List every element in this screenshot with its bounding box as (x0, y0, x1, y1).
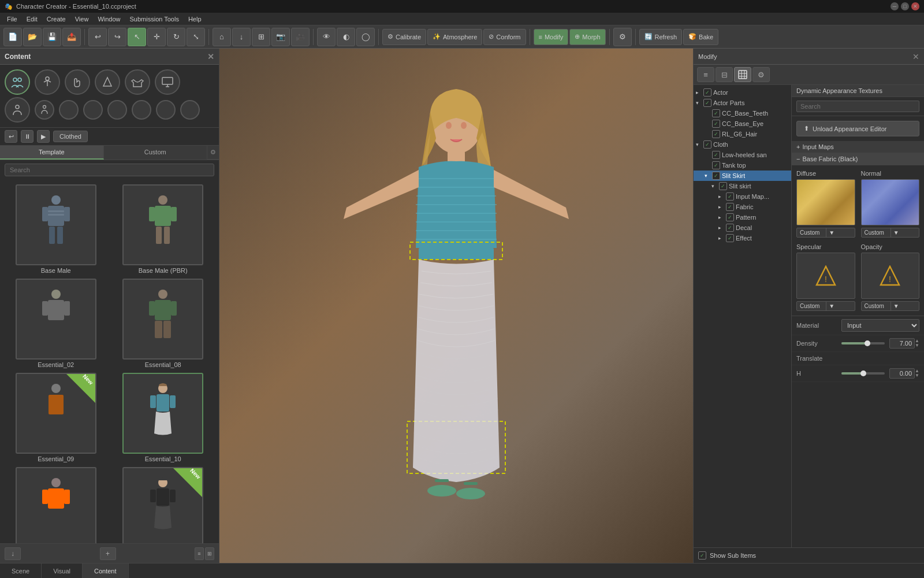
camera-button[interactable]: 📷 (271, 28, 290, 46)
translate-h-thumb[interactable] (860, 370, 866, 376)
select-button[interactable]: ↖ (128, 28, 146, 46)
tree-item-input-map[interactable]: ▸ ✓ Input Map... (694, 191, 791, 202)
pause-button[interactable]: ⏸ (21, 130, 33, 143)
tree-checkbox[interactable]: ✓ (712, 120, 720, 128)
tree-checkbox[interactable]: ✓ (703, 99, 711, 107)
list-item[interactable]: New PO_10 (112, 467, 215, 543)
tree-item-pattern[interactable]: ▸ ✓ Pattern (694, 212, 791, 223)
save-file-button[interactable]: 💾 (43, 28, 61, 46)
tree-item-eye[interactable]: ✓ CC_Base_Eye (694, 118, 791, 129)
maximize-button[interactable]: □ (901, 2, 909, 10)
translate-h-slider[interactable] (841, 372, 885, 375)
refresh-button[interactable]: 🔄 Refresh (639, 29, 683, 45)
tree-checkbox[interactable]: ✓ (703, 140, 711, 149)
modify-tab-sliders[interactable]: ≡ (697, 67, 714, 82)
base-fabric-section[interactable]: − Base Fabric (Black) (792, 153, 924, 165)
translate-h-value-input[interactable] (889, 368, 915, 379)
modify-tab-params[interactable]: ⊟ (716, 67, 733, 82)
tree-item-slit-skirt-group[interactable]: ▾ ✓ Slit Skirt (694, 171, 791, 181)
visual-tab[interactable]: Visual (42, 564, 83, 578)
open-file-button[interactable]: 📂 (23, 28, 42, 46)
settings-button[interactable]: ⚙ (613, 28, 632, 46)
menu-window[interactable]: Window (93, 14, 125, 24)
new-file-button[interactable]: 📄 (3, 28, 22, 46)
move-button[interactable]: ✛ (147, 28, 166, 46)
list-item[interactable]: Base Male (5, 184, 107, 274)
tree-item-cloth[interactable]: ▾ ✓ Cloth (694, 139, 791, 150)
tree-checkbox[interactable]: ✓ (726, 213, 734, 221)
frame-button[interactable]: ⊞ (252, 28, 270, 46)
icon-settings-person[interactable] (5, 97, 30, 123)
list-item[interactable]: PO_06 (5, 467, 107, 543)
list-item[interactable]: Essential_08 (112, 279, 215, 368)
add-content-button[interactable]: + (100, 547, 116, 560)
density-slider-thumb[interactable] (865, 340, 870, 346)
icon-circle-1[interactable] (59, 100, 79, 120)
rotate-button[interactable]: ↻ (167, 28, 185, 46)
tree-item-fabric[interactable]: ▸ ✓ Fabric (694, 202, 791, 212)
tree-checkbox[interactable]: ✓ (726, 192, 734, 201)
content-tab[interactable]: Content (83, 564, 129, 578)
tree-item-teeth[interactable]: ✓ CC_Base_Teeth (694, 108, 791, 118)
spinner-h-down-button[interactable]: ▼ (915, 373, 919, 378)
spinner-down-button[interactable]: ▼ (915, 343, 919, 348)
tab-custom[interactable]: Custom (104, 146, 208, 160)
tree-item-slit-skirt[interactable]: ▾ ✓ Slit skirt (694, 181, 791, 191)
viewport[interactable] (219, 49, 693, 563)
tree-item-tank-top[interactable]: ✓ Tank top (694, 160, 791, 171)
input-maps-section[interactable]: + Input Maps (792, 141, 924, 153)
icon-people[interactable] (5, 69, 30, 95)
menu-view[interactable]: View (70, 14, 94, 24)
menu-create[interactable]: Create (42, 14, 70, 24)
content-panel-close[interactable]: ✕ (207, 52, 214, 61)
close-button[interactable]: ✕ (911, 2, 919, 10)
modify-tab-texture[interactable] (734, 67, 751, 82)
tree-checkbox[interactable]: ✓ (712, 109, 720, 117)
eye-button[interactable]: 👁 (317, 28, 336, 46)
list-view-button[interactable]: ≡ (195, 547, 204, 560)
show-sub-items-checkbox[interactable]: ✓ (698, 551, 706, 560)
opacity-dropdown[interactable]: Custom ▼ (861, 301, 920, 311)
scroll-down-button[interactable]: ↓ (5, 547, 21, 560)
morph-button[interactable]: ⊕ Morph (569, 29, 605, 45)
fit-view-button[interactable]: ↓ (232, 28, 251, 46)
tree-checkbox[interactable]: ✓ (703, 88, 711, 97)
grid-view-button[interactable]: ⊞ (205, 547, 214, 560)
redo-button[interactable]: ↪ (108, 28, 126, 46)
render-button[interactable]: ◯ (356, 28, 375, 46)
minimize-button[interactable]: ─ (891, 2, 899, 10)
menu-submission-tools[interactable]: Submission Tools (125, 14, 184, 24)
tree-checkbox[interactable]: ✓ (712, 151, 720, 159)
home-view-button[interactable]: ⌂ (213, 28, 231, 46)
menu-edit[interactable]: Edit (22, 14, 42, 24)
content-search-input[interactable] (5, 164, 214, 176)
icon-circle-2[interactable] (83, 100, 103, 120)
tree-checkbox[interactable]: ✓ (726, 224, 734, 232)
icon-hand[interactable] (65, 69, 90, 95)
modify-panel-close[interactable]: ✕ (912, 52, 919, 61)
tree-checkbox[interactable]: ✓ (712, 161, 720, 169)
list-item[interactable]: Essential_02 (5, 279, 107, 368)
conform-button[interactable]: ⊘ Conform (483, 29, 526, 45)
icon-person-arms[interactable] (35, 69, 60, 95)
atmosphere-button[interactable]: ✨ Atmosphere (427, 29, 482, 45)
list-item[interactable]: Base Male (PBR) (112, 184, 215, 274)
density-slider[interactable] (841, 342, 885, 344)
camera2-button[interactable]: 🎥 (291, 28, 310, 46)
specular-thumbnail[interactable]: ! (796, 253, 855, 299)
tab-template[interactable]: Template (0, 146, 104, 160)
normal-dropdown[interactable]: Custom ▼ (861, 228, 920, 238)
diffuse-dropdown[interactable]: Custom ▼ (796, 228, 855, 238)
diffuse-thumbnail[interactable] (796, 179, 855, 225)
icon-circle-3[interactable] (107, 100, 127, 120)
icon-shirt[interactable] (125, 69, 150, 95)
tree-item-hair[interactable]: ✓ RL_G6_Hair (694, 129, 791, 139)
tree-checkbox[interactable]: ✓ (726, 234, 734, 242)
material-select[interactable]: Input (841, 319, 919, 332)
shade-button[interactable]: ◐ (337, 28, 355, 46)
scene-tab[interactable]: Scene (0, 564, 42, 578)
menu-file[interactable]: File (2, 14, 22, 24)
bake-button[interactable]: 🍞 Bake (683, 29, 718, 45)
tree-item-effect[interactable]: ▸ ✓ Effect (694, 233, 791, 243)
window-controls[interactable]: ─ □ ✕ (891, 2, 919, 10)
